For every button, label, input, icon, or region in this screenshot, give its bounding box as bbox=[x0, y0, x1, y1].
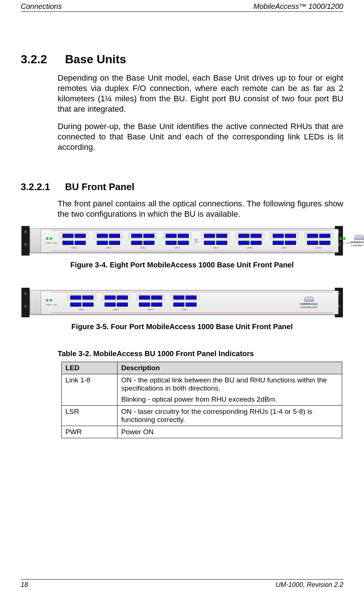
cell-led: PWR bbox=[62, 426, 118, 438]
section-number: 3.2.2 bbox=[21, 53, 65, 66]
indicators-table: LED Description Link 1-8 ON - the optica… bbox=[61, 362, 342, 438]
table-row: PWR Power ON bbox=[62, 426, 342, 438]
cell-led: Link 1-8 bbox=[62, 374, 118, 406]
header-left: Connections bbox=[21, 2, 62, 11]
page-header: Connections MobileAccess™ 1000/1200 bbox=[21, 0, 343, 12]
cell-desc: ON - laser circuitry for the correspondi… bbox=[118, 406, 342, 426]
table-row: Link 1-8 ON - the optical link between t… bbox=[62, 374, 342, 406]
device-4port: PWRLSR LINK 1 LINK 2 LINK 3 LINK 4 mobil… bbox=[21, 288, 343, 317]
subsection-title: BU Front Panel bbox=[65, 181, 135, 192]
doc-revision: UM-1000, Revision 2.2 bbox=[276, 581, 343, 589]
header-right: MobileAccess™ 1000/1200 bbox=[254, 2, 343, 11]
subsection-heading: 3.2.2.1BU Front Panel bbox=[21, 181, 343, 193]
section-title: Base Units bbox=[65, 53, 126, 66]
subsection-number: 3.2.2.1 bbox=[21, 181, 65, 193]
cell-led: LSR bbox=[62, 406, 118, 426]
figure-4port-caption: Figure 3-5. Four Port MobileAccess 1000 … bbox=[21, 322, 343, 331]
table-title: Table 3-2. MobileAccess BU 1000 Front Pa… bbox=[21, 349, 343, 358]
device-8port: PWRLSR LINK 1 LINK 2 LINK 3 LINK 4 RS-23… bbox=[21, 226, 343, 256]
page-number: 18 bbox=[21, 581, 28, 589]
table-header-description: Description bbox=[118, 362, 342, 374]
cell-desc: ON - the optical link between the BU and… bbox=[118, 374, 342, 406]
figure-8port: PWRLSR LINK 1 LINK 2 LINK 3 LINK 4 RS-23… bbox=[21, 226, 343, 256]
table-header-led: LED bbox=[62, 362, 118, 374]
subsection-paragraph-1: The front panel contains all the optical… bbox=[21, 199, 343, 219]
section-heading: 3.2.2Base Units bbox=[21, 53, 343, 66]
table-row: LSR ON - laser circuitry for the corresp… bbox=[62, 406, 342, 426]
figure-8port-caption: Figure 3-4. Eight Port MobileAccess 1000… bbox=[21, 261, 343, 269]
section-paragraph-1: Depending on the Base Unit model, each B… bbox=[21, 73, 343, 115]
cell-desc: Power ON bbox=[118, 426, 342, 438]
figure-4port: PWRLSR LINK 1 LINK 2 LINK 3 LINK 4 mobil… bbox=[21, 288, 343, 317]
section-paragraph-2: During power-up, the Base Unit identifie… bbox=[21, 121, 343, 152]
brand-logo-icon bbox=[304, 297, 314, 302]
page-footer: 18 UM-1000, Revision 2.2 bbox=[21, 579, 343, 589]
brand-logo-icon bbox=[354, 235, 364, 240]
